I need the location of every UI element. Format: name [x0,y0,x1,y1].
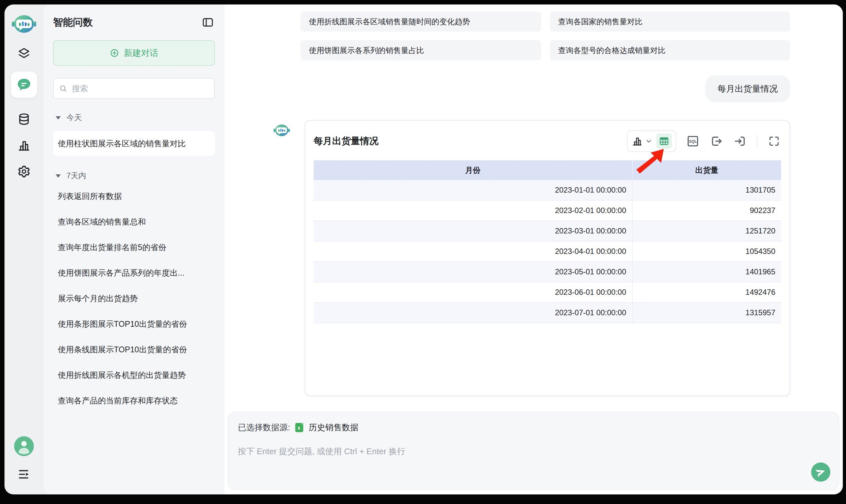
history-item[interactable]: 使用饼图展示各产品系列的年度出... [53,260,215,286]
svg-text:x: x [297,425,300,431]
answer-card: 每月出货量情况 [305,120,790,396]
composer-placeholder[interactable]: 按下 Enter 提交问题, 或使用 Ctrl + Enter 换行 [238,446,829,457]
history-item-active[interactable]: 使用柱状图展示各区域的销售量对比 [53,131,215,156]
open-in-icon [734,135,746,147]
open-in-button[interactable] [733,134,747,148]
suggestion-chip[interactable]: 查询各国家的销售量对比 [550,12,790,32]
new-chat-button[interactable]: 新建对话 [53,40,215,66]
history-item[interactable]: 使用条线图展示TOP10出货量的省份 [53,337,215,362]
history-item[interactable]: 查询各区域的销售量总和 [53,209,215,234]
chart-type-icon [632,136,643,147]
expand-menu-icon[interactable] [17,467,31,482]
icon-rail [4,4,44,494]
history-item[interactable]: 查询各产品的当前库存和库存状态 [53,388,215,413]
section-today-label: 今天 [67,112,82,123]
sql-icon: SQL [687,135,699,147]
new-chat-label: 新建对话 [124,47,158,59]
sidebar-item-chat-active[interactable] [11,72,37,98]
assistant-avatar-icon [273,122,290,139]
history-item[interactable]: 展示每个月的出货趋势 [53,286,215,311]
table-view-icon [659,136,670,147]
app-logo-icon [12,12,36,36]
section-7days[interactable]: 7天内 [53,170,215,181]
bar-chart-icon[interactable] [17,138,31,153]
excel-file-icon: x [294,422,304,433]
database-icon[interactable] [17,112,31,126]
section-7days-label: 7天内 [67,170,86,181]
user-avatar[interactable] [14,436,34,456]
panel-collapse-icon[interactable] [201,15,215,30]
export-button[interactable] [709,134,724,148]
table-view-button[interactable] [656,133,672,149]
datasource-name[interactable]: 历史销售数据 [309,422,358,433]
table-row[interactable]: 2023-04-01 00:00:001054350 [314,241,781,262]
table-row[interactable]: 2023-05-01 00:00:001401965 [314,262,781,282]
table-row[interactable]: 2023-03-01 00:00:001251720 [314,221,781,241]
suggestion-chip[interactable]: 使用折线图展示各区域销售量随时间的变化趋势 [300,12,541,32]
history-item[interactable]: 使用折线图展示各机型的出货量趋势 [53,362,215,388]
sql-button[interactable]: SQL [686,134,700,148]
sidebar: 智能问数 新建对话 今天 使用柱状图展示各区域的销售量对比 [44,4,224,494]
triangle-down-icon [56,115,61,120]
chat-scroll-area: 使用折线图展示各区域销售量随时间的变化趋势 查询各国家的销售量对比 使用饼图展示… [224,4,843,412]
user-message-bubble: 每月出货量情况 [705,75,790,102]
history-item[interactable]: 使用条形图展示TOP10出货量的省份 [53,311,215,337]
table-row[interactable]: 2023-02-01 00:00:00902237 [314,200,781,221]
history-item[interactable]: 列表返回所有数据 [53,183,215,209]
suggestion-chips: 使用折线图展示各区域销售量随时间的变化趋势 查询各国家的销售量对比 使用饼图展示… [300,12,790,60]
chat-bubble-icon [16,77,32,92]
triangle-down-icon [56,174,61,178]
table-header-row: 月份 出货量 [314,160,781,180]
column-header-shipments[interactable]: 出货量 [633,160,781,180]
send-button[interactable] [811,463,830,482]
send-plane-icon [814,465,828,479]
view-switch-group [627,130,676,152]
result-table: 月份 出货量 2023-01-01 00:00:001301705 2023-0… [314,160,781,323]
layers-icon[interactable] [17,46,31,61]
composer[interactable]: 已选择数据源: x 历史销售数据 按下 Enter 提交问题, 或使用 Ctrl… [228,412,839,490]
gear-icon[interactable] [17,164,31,179]
column-header-month[interactable]: 月份 [314,160,633,180]
screenshot-frame: 智能问数 新建对话 今天 使用柱状图展示各区域的销售量对比 [0,0,846,504]
export-icon [710,135,723,147]
fullscreen-icon [768,135,780,147]
chart-type-dropdown[interactable] [632,136,653,147]
app-window: 智能问数 新建对话 今天 使用柱状图展示各区域的销售量对比 [4,4,843,494]
answer-toolbar: SQL [627,130,781,152]
suggestion-chip[interactable]: 使用饼图展示各系列的销售量占比 [300,40,541,60]
datasource-prefix: 已选择数据源: [238,422,290,433]
chevron-down-icon [645,137,653,145]
main-area: 使用折线图展示各区域销售量随时间的变化趋势 查询各国家的销售量对比 使用饼图展示… [224,4,843,494]
sidebar-title: 智能问数 [53,16,93,29]
table-row[interactable]: 2023-07-01 00:00:001315957 [314,303,781,323]
history-item[interactable]: 查询年度出货量排名前5的省份 [53,234,215,260]
search-box[interactable] [53,78,215,99]
answer-title: 每月出货量情况 [314,135,379,147]
table-row[interactable]: 2023-01-01 00:00:001301705 [314,180,781,200]
svg-text:SQL: SQL [689,139,697,144]
search-icon [59,84,67,93]
plus-circle-icon [110,48,119,58]
fullscreen-button[interactable] [767,134,781,148]
toolbar-divider [757,135,757,147]
table-row[interactable]: 2023-06-01 00:00:001492476 [314,282,781,303]
assistant-message: 每月出货量情况 [273,120,790,396]
search-input[interactable] [71,84,209,94]
section-today[interactable]: 今天 [53,112,215,123]
suggestion-chip[interactable]: 查询各型号的合格达成销量对比 [550,40,790,60]
